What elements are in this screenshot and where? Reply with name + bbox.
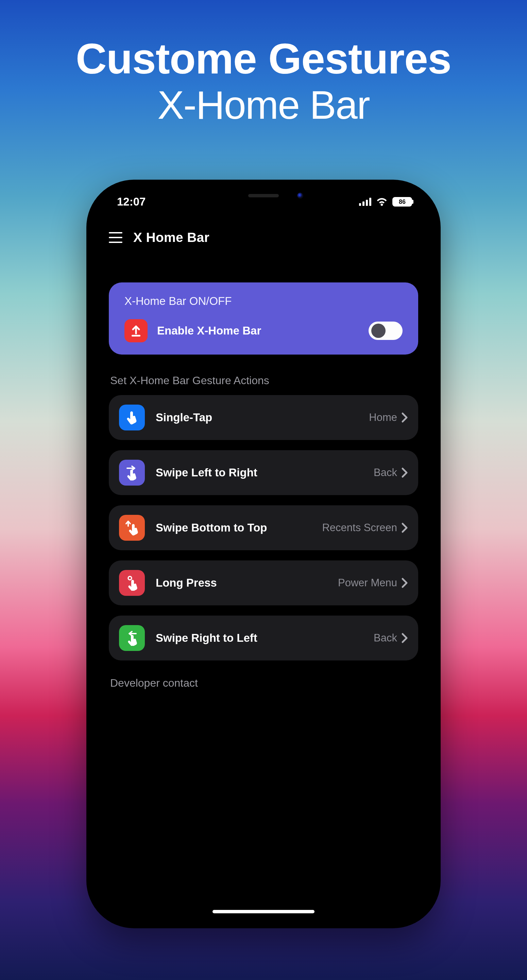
upload-icon: [124, 319, 148, 342]
status-time: 12:07: [115, 195, 146, 208]
long-press-icon: [119, 570, 145, 596]
phone-frame: 12:07 86 X Home Bar: [86, 180, 441, 928]
app-title: X Home Bar: [133, 230, 210, 245]
phone-screen-bezel: 12:07 86 X Home Bar: [91, 185, 436, 924]
battery-icon: 86: [392, 197, 412, 207]
chevron-right-icon: [401, 412, 408, 423]
onoff-card: X-Home Bar ON/OFF Enable X-Home Bar: [109, 282, 418, 355]
gesture-value: Home: [369, 411, 397, 424]
gesture-label: Swipe Right to Left: [156, 632, 374, 644]
onoff-card-header: X-Home Bar ON/OFF: [124, 295, 403, 308]
section-title-gestures: Set X-Home Bar Gesture Actions: [110, 374, 418, 387]
gesture-value: Back: [374, 632, 397, 644]
gesture-single-tap[interactable]: Single-Tap Home: [109, 395, 418, 440]
swipe-right-icon: [119, 460, 145, 485]
swipe-left-icon: [119, 625, 145, 651]
svg-rect-2: [366, 200, 368, 206]
svg-rect-4: [132, 335, 140, 337]
chevron-right-icon: [401, 522, 408, 533]
cellular-signal-icon: [359, 198, 371, 206]
svg-point-5: [128, 576, 132, 580]
home-indicator[interactable]: [213, 910, 314, 913]
gesture-label: Swipe Bottom to Top: [156, 521, 322, 534]
gesture-label: Single-Tap: [156, 411, 369, 424]
menu-icon[interactable]: [109, 232, 122, 243]
gesture-value: Recents Screen: [322, 522, 397, 534]
notch: [208, 185, 319, 207]
gesture-swipe-left-to-right[interactable]: Swipe Left to Right Back: [109, 450, 418, 495]
gesture-swipe-right-to-left[interactable]: Swipe Right to Left Back: [109, 616, 418, 660]
onoff-row-label: Enable X-Home Bar: [157, 324, 368, 337]
gesture-swipe-bottom-to-top[interactable]: Swipe Bottom to Top Recents Screen: [109, 505, 418, 550]
gesture-long-press[interactable]: Long Press Power Menu: [109, 560, 418, 605]
svg-rect-0: [359, 203, 361, 206]
status-icons: 86: [359, 197, 412, 207]
section-title-developer-contact: Developer contact: [110, 677, 418, 689]
gesture-label: Swipe Left to Right: [156, 466, 374, 479]
promo-line-2: X-Home Bar: [0, 82, 527, 128]
chevron-right-icon: [401, 467, 408, 478]
svg-rect-3: [369, 198, 371, 206]
gesture-value: Back: [374, 466, 397, 479]
screen: 12:07 86 X Home Bar: [91, 185, 436, 924]
content: X-Home Bar ON/OFF Enable X-Home Bar: [109, 282, 418, 924]
tap-icon: [119, 404, 145, 430]
battery-level: 86: [399, 198, 406, 205]
app-bar: X Home Bar: [109, 225, 418, 250]
chevron-right-icon: [401, 633, 408, 643]
chevron-right-icon: [401, 578, 408, 588]
gesture-value: Power Menu: [338, 577, 397, 589]
promo-line-1: Custome Gestures: [0, 37, 527, 80]
gesture-label: Long Press: [156, 576, 338, 589]
wifi-icon: [376, 198, 387, 206]
swipe-up-icon: [119, 515, 145, 541]
promo-title: Custome Gestures X-Home Bar: [0, 37, 527, 128]
svg-rect-1: [362, 202, 365, 206]
enable-toggle[interactable]: [368, 321, 403, 340]
